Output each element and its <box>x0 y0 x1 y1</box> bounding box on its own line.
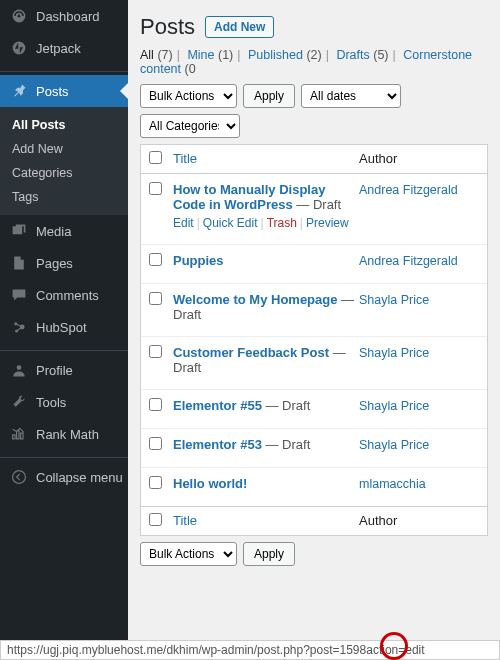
menu-label: Jetpack <box>36 41 128 56</box>
menu-separator <box>0 453 128 458</box>
action-trash[interactable]: Trash <box>267 216 297 230</box>
menu-rankmath[interactable]: Rank Math <box>0 418 128 450</box>
submenu-categories[interactable]: Categories <box>0 161 128 185</box>
submenu-all-posts[interactable]: All Posts <box>0 113 128 137</box>
author-link[interactable]: Shayla Price <box>359 346 429 360</box>
apply-button[interactable]: Apply <box>243 84 295 108</box>
col-title-footer[interactable]: Title <box>173 513 197 528</box>
pin-icon <box>10 82 28 100</box>
page-title: Posts <box>140 14 195 40</box>
select-all-checkbox-footer[interactable] <box>149 513 162 526</box>
action-edit[interactable]: Edit <box>173 216 194 230</box>
post-title-link[interactable]: Puppies <box>173 253 224 268</box>
table-row: PuppiesAndrea Fitzgerald <box>141 245 487 284</box>
jetpack-icon <box>10 39 28 57</box>
menu-profile[interactable]: Profile <box>0 354 128 386</box>
menu-label: Profile <box>36 363 128 378</box>
action-preview[interactable]: Preview <box>306 216 349 230</box>
post-title-link[interactable]: Welcome to My Homepage <box>173 292 337 307</box>
row-checkbox[interactable] <box>149 292 162 305</box>
table-row: Customer Feedback Post — DraftShayla Pri… <box>141 337 487 390</box>
svg-point-5 <box>13 471 26 484</box>
row-checkbox[interactable] <box>149 345 162 358</box>
filter-all-label: All (7) <box>140 48 173 62</box>
menu-collapse[interactable]: Collapse menu <box>0 461 128 493</box>
table-row: How to Manually Display Code in WordPres… <box>141 174 487 245</box>
row-actions: Edit|Quick Edit|Trash|Preview <box>173 216 359 230</box>
dates-select[interactable]: All dates <box>301 84 401 108</box>
table-row: Elementor #53 — DraftShayla Price <box>141 429 487 468</box>
menu-label: Rank Math <box>36 427 128 442</box>
author-link[interactable]: Shayla Price <box>359 293 429 307</box>
menu-separator <box>0 67 128 72</box>
bulk-actions-select-bottom[interactable]: Bulk Actions <box>140 542 237 566</box>
post-status: — Draft <box>262 398 310 413</box>
user-icon <box>10 361 28 379</box>
row-checkbox[interactable] <box>149 253 162 266</box>
post-status: — Draft <box>293 197 341 212</box>
author-link[interactable]: mlamacchia <box>359 477 426 491</box>
posts-table: Title Author How to Manually Display Cod… <box>140 144 488 536</box>
author-link[interactable]: Shayla Price <box>359 438 429 452</box>
action-quick-edit[interactable]: Quick Edit <box>203 216 258 230</box>
active-arrow <box>120 83 128 99</box>
table-row: Hello world!mlamacchia <box>141 468 487 506</box>
filter-mine[interactable]: Mine (1) <box>187 48 233 62</box>
table-row: Elementor #55 — DraftShayla Price <box>141 390 487 429</box>
browser-statusbar: https://ugj.piq.mybluehost.me/dkhim/wp-a… <box>0 640 500 660</box>
hubspot-icon <box>10 318 28 336</box>
post-title-link[interactable]: Elementor #53 <box>173 437 262 452</box>
posts-submenu: All Posts Add New Categories Tags <box>0 107 128 215</box>
add-new-button[interactable]: Add New <box>205 16 274 38</box>
row-checkbox[interactable] <box>149 437 162 450</box>
menu-comments[interactable]: Comments <box>0 279 128 311</box>
col-author-footer: Author <box>359 513 397 528</box>
menu-tools[interactable]: Tools <box>0 386 128 418</box>
filter-drafts[interactable]: Drafts (5) <box>336 48 388 62</box>
svg-point-0 <box>13 42 26 55</box>
menu-label: Pages <box>36 256 128 271</box>
bulk-actions-select[interactable]: Bulk Actions <box>140 84 237 108</box>
post-title-link[interactable]: Elementor #55 <box>173 398 262 413</box>
menu-label: Posts <box>36 84 112 99</box>
menu-dashboard[interactable]: Dashboard <box>0 0 128 32</box>
post-title-link[interactable]: Customer Feedback Post <box>173 345 329 360</box>
row-checkbox[interactable] <box>149 398 162 411</box>
menu-separator <box>0 346 128 351</box>
menu-label: HubSpot <box>36 320 128 335</box>
menu-hubspot[interactable]: HubSpot <box>0 311 128 343</box>
table-footer: Title Author <box>141 506 487 535</box>
col-author-header: Author <box>359 151 397 166</box>
menu-label: Tools <box>36 395 128 410</box>
author-link[interactable]: Andrea Fitzgerald <box>359 254 458 268</box>
menu-label: Dashboard <box>36 9 128 24</box>
filter-published[interactable]: Published (2) <box>248 48 322 62</box>
submenu-tags[interactable]: Tags <box>0 185 128 209</box>
author-link[interactable]: Shayla Price <box>359 399 429 413</box>
apply-button-bottom[interactable]: Apply <box>243 542 295 566</box>
table-row: Welcome to My Homepage — DraftShayla Pri… <box>141 284 487 337</box>
media-icon <box>10 222 28 240</box>
menu-jetpack[interactable]: Jetpack <box>0 32 128 64</box>
menu-pages[interactable]: Pages <box>0 247 128 279</box>
menu-posts[interactable]: Posts <box>0 75 128 107</box>
row-checkbox[interactable] <box>149 476 162 489</box>
wrench-icon <box>10 393 28 411</box>
author-link[interactable]: Andrea Fitzgerald <box>359 183 458 197</box>
col-title-header[interactable]: Title <box>173 151 197 166</box>
chart-icon <box>10 425 28 443</box>
categories-select[interactable]: All Categories <box>140 114 240 138</box>
menu-media[interactable]: Media <box>0 215 128 247</box>
svg-point-4 <box>17 365 22 370</box>
menu-label: Collapse menu <box>36 470 128 485</box>
page-icon <box>10 254 28 272</box>
content-area: Posts Add New All (7)| Mine (1)| Publish… <box>128 0 500 660</box>
collapse-icon <box>10 468 28 486</box>
menu-label: Media <box>36 224 128 239</box>
row-checkbox[interactable] <box>149 182 162 195</box>
admin-sidebar: Dashboard Jetpack Posts All Posts Add Ne… <box>0 0 128 660</box>
post-status: — Draft <box>262 437 310 452</box>
post-title-link[interactable]: Hello world! <box>173 476 247 491</box>
select-all-checkbox[interactable] <box>149 151 162 164</box>
submenu-add-new[interactable]: Add New <box>0 137 128 161</box>
